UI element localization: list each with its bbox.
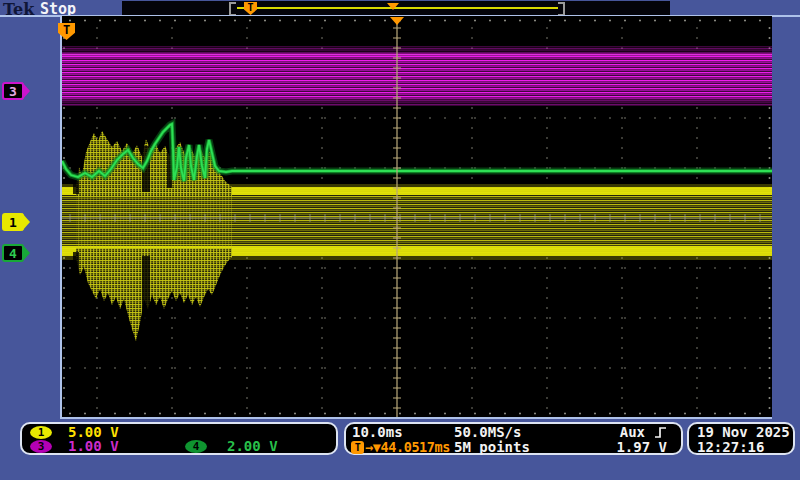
channel-4-badge[interactable]: 4 xyxy=(185,440,207,453)
waveform-display xyxy=(60,16,772,419)
channel-4-scale[interactable]: 2.00 V xyxy=(227,438,278,454)
channel-3-marker-label: 3 xyxy=(9,84,17,99)
record-view-left-bracket xyxy=(229,2,236,16)
channel-1-badge[interactable]: 1 xyxy=(30,426,52,439)
vertical-readout-box: 1 5.00 V 3 1.00 V 4 2.00 V xyxy=(20,422,338,455)
oscilloscope-screen: Tek Stop T T 3 1 4 1 5.00 V 3 1.00 V xyxy=(0,0,800,480)
sample-rate-readout: 50.0MS/s xyxy=(454,424,521,440)
trigger-source-readout[interactable]: Aux xyxy=(620,424,667,440)
horizontal-trigger-readout-box: 10.0ms 50.0MS/s Aux T →▼ 44.0517ms 5M po… xyxy=(344,422,683,455)
channel-3-badge[interactable]: 3 xyxy=(30,440,52,453)
date-readout: 19 Nov 2025 xyxy=(697,424,790,440)
expansion-point-icon xyxy=(390,17,404,25)
trigger-delay-readout[interactable]: T →▼ 44.0517ms xyxy=(351,439,450,455)
trigger-delay-arrows: →▼ xyxy=(365,439,380,455)
channel-1-marker[interactable]: 1 xyxy=(2,213,24,231)
time-readout: 12:27:16 xyxy=(697,439,764,455)
datetime-box: 19 Nov 2025 12:27:16 xyxy=(687,422,795,455)
record-trigger-marker-icon: T xyxy=(244,2,257,15)
record-view-bar[interactable]: T xyxy=(122,1,670,15)
channel-1-marker-label: 1 xyxy=(9,215,17,230)
rising-edge-icon xyxy=(654,426,667,439)
trigger-source-label: Aux xyxy=(620,424,645,440)
record-expansion-point-icon xyxy=(387,3,399,10)
channel-4-marker[interactable]: 4 xyxy=(2,244,24,262)
channel-3-marker[interactable]: 3 xyxy=(2,82,24,100)
trigger-delay-value: 44.0517ms xyxy=(380,439,450,455)
trigger-delay-t-icon: T xyxy=(351,441,364,454)
channel-3-scale[interactable]: 1.00 V xyxy=(68,438,119,454)
timebase-readout[interactable]: 10.0ms xyxy=(352,424,403,440)
record-length-readout: 5M points xyxy=(454,439,530,455)
trigger-level-readout[interactable]: 1.97 V xyxy=(616,439,667,455)
channel-4-marker-label: 4 xyxy=(9,246,17,261)
record-view-right-bracket xyxy=(558,2,565,16)
